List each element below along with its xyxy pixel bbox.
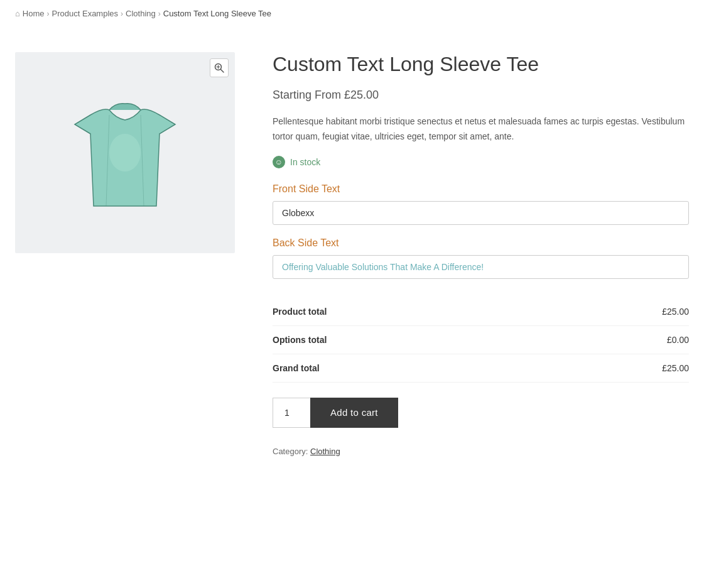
product-title: Custom Text Long Sleeve Tee <box>273 52 689 76</box>
category-link[interactable]: Clothing <box>310 447 340 456</box>
in-stock-indicator: ☺ In stock <box>273 156 689 168</box>
cart-section: Add to cart <box>273 398 689 428</box>
smiley-icon: ☺ <box>273 156 285 168</box>
back-text-input[interactable] <box>273 255 689 279</box>
category-prefix: Category: <box>273 447 308 456</box>
add-to-cart-button[interactable]: Add to cart <box>310 398 398 428</box>
grand-total-value: £25.00 <box>662 363 689 373</box>
breadcrumb-sep-1: › <box>47 9 50 18</box>
options-total-value: £0.00 <box>667 335 689 345</box>
breadcrumb-sep-2: › <box>121 9 123 18</box>
product-total-value: £25.00 <box>662 307 689 317</box>
front-text-input[interactable] <box>273 201 689 225</box>
grand-total-row: Grand total £25.00 <box>273 354 689 383</box>
svg-line-1 <box>221 70 224 73</box>
product-total-row: Product total £25.00 <box>273 298 689 326</box>
breadcrumb-product-examples[interactable]: Product Examples <box>52 9 119 18</box>
front-text-option: Front Side Text <box>273 183 689 225</box>
product-total-label: Product total <box>273 307 327 317</box>
svg-point-4 <box>109 134 141 172</box>
product-image-wrapper <box>15 52 235 253</box>
back-text-label: Back Side Text <box>273 237 689 249</box>
product-price: Starting From £25.00 <box>273 89 689 102</box>
back-text-option: Back Side Text <box>273 237 689 279</box>
breadcrumb-clothing[interactable]: Clothing <box>126 9 156 18</box>
breadcrumb: ⌂ Home › Product Examples › Clothing › C… <box>0 0 704 27</box>
product-image-section <box>15 52 235 456</box>
breadcrumb-current: Custom Text Long Sleeve Tee <box>163 9 271 18</box>
product-image <box>56 84 194 222</box>
options-total-label: Options total <box>273 335 327 345</box>
home-icon: ⌂ <box>15 9 20 18</box>
product-page: Custom Text Long Sleeve Tee Starting Fro… <box>0 27 704 494</box>
product-description: Pellentesque habitant morbi tristique se… <box>273 114 689 144</box>
grand-total-label: Grand total <box>273 363 320 373</box>
category-line: Category: Clothing <box>273 447 689 456</box>
product-details: Custom Text Long Sleeve Tee Starting Fro… <box>273 52 689 456</box>
breadcrumb-home[interactable]: Home <box>23 9 45 18</box>
options-total-row: Options total £0.00 <box>273 326 689 354</box>
in-stock-label: In stock <box>290 157 320 167</box>
totals-section: Product total £25.00 Options total £0.00… <box>273 298 689 383</box>
breadcrumb-sep-3: › <box>158 9 161 18</box>
zoom-button[interactable] <box>210 58 229 77</box>
quantity-input[interactable] <box>273 398 310 428</box>
front-text-label: Front Side Text <box>273 183 689 195</box>
